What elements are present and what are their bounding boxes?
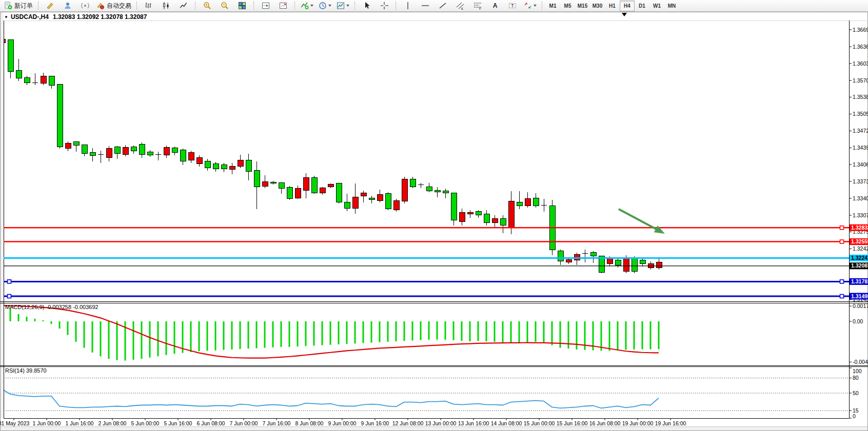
- toolbar-separator: [294, 2, 295, 10]
- svg-text:1.35705: 1.35705: [853, 77, 868, 84]
- chart-canvas[interactable]: 1.366951.363651.360351.357051.353801.350…: [0, 0, 868, 431]
- symbol-dropdown-icon[interactable]: ▼: [4, 15, 8, 19]
- price-tag-1.32559: 1.32559: [850, 238, 868, 245]
- chevron-down-icon[interactable]: [328, 5, 331, 7]
- svg-text:6 Jun 08:00: 6 Jun 08:00: [197, 420, 225, 426]
- linechart-icon: [180, 2, 188, 10]
- signal-icon: [81, 2, 89, 10]
- svg-text:1.32420: 1.32420: [853, 245, 868, 252]
- timeframe-button-w1[interactable]: W1: [649, 1, 664, 11]
- fibo-icon: F: [474, 2, 482, 10]
- svg-text:1.35050: 1.35050: [853, 111, 868, 117]
- timeframe-button-h1[interactable]: H1: [605, 1, 620, 11]
- svg-text:-0.004763: -0.004763: [853, 359, 868, 365]
- chevron-down-icon[interactable]: [310, 5, 313, 7]
- toolbar-separator: [253, 2, 254, 10]
- community-button[interactable]: [60, 0, 76, 11]
- svg-text:1.33735: 1.33735: [853, 178, 868, 184]
- svg-text:31 May 2023: 31 May 2023: [0, 420, 30, 426]
- svg-text:1.36365: 1.36365: [853, 44, 868, 50]
- svg-text:E: E: [461, 7, 463, 10]
- price-tag-1.31495: 1.31495: [850, 293, 868, 300]
- candlestick-chart-button[interactable]: [158, 0, 174, 11]
- new-order-icon: [4, 2, 12, 10]
- line-chart-button[interactable]: [175, 0, 192, 11]
- new-order-button[interactable]: 新订单: [2, 0, 35, 11]
- svg-text:1.32832: 1.32832: [851, 224, 868, 231]
- chevron-down-icon[interactable]: [346, 5, 349, 7]
- templates-button[interactable]: [334, 0, 351, 11]
- svg-text:0.001789: 0.001789: [853, 303, 868, 309]
- line-handle[interactable]: [8, 295, 11, 298]
- svg-text:1.34065: 1.34065: [853, 161, 868, 168]
- zoom-out-icon: [221, 2, 229, 10]
- mt4-terminal-window: 新订单自动交易EFATM1M5M15M30H1H4D1W1MN 1 ▼ USDC…: [0, 0, 868, 431]
- svg-text:14 Jun 08:00: 14 Jun 08:00: [491, 420, 522, 426]
- toolbar-separator: [195, 2, 196, 10]
- toolbar-separator: [354, 2, 356, 10]
- chart-shift-button[interactable]: [275, 0, 291, 11]
- svg-text:100: 100: [853, 368, 862, 374]
- svg-text:12 Jun 08:00: 12 Jun 08:00: [392, 420, 424, 426]
- svg-text:1.34720: 1.34720: [853, 128, 868, 134]
- channel-button[interactable]: E: [452, 0, 468, 11]
- horizontal-line-button[interactable]: [417, 0, 433, 11]
- autotrading-icon: [96, 2, 105, 10]
- svg-text:1.32241: 1.32241: [851, 255, 868, 261]
- timeframe-button-mn[interactable]: MN: [664, 1, 679, 11]
- zoom-in-button[interactable]: [199, 0, 215, 11]
- svg-text:1.36695: 1.36695: [853, 27, 868, 33]
- svg-text:5 Jun 16:00: 5 Jun 16:00: [164, 420, 192, 426]
- main-toolbar: 新订单自动交易EFATM1M5M15M30H1H4D1W1MN: [0, 0, 868, 12]
- chevron-down-icon[interactable]: [534, 5, 537, 7]
- vline-icon: [404, 2, 412, 10]
- timeframe-button-m5[interactable]: M5: [560, 1, 575, 11]
- timeframe-button-m30[interactable]: M30: [590, 1, 605, 11]
- line-handle[interactable]: [840, 240, 844, 243]
- line-handle[interactable]: [840, 226, 844, 230]
- candles-icon: [162, 2, 170, 10]
- zoom-out-button[interactable]: [216, 0, 233, 11]
- timeframe-button-d1[interactable]: D1: [635, 1, 649, 11]
- svg-text:1.32559: 1.32559: [851, 238, 868, 244]
- svg-text:13 Jun 16:00: 13 Jun 16:00: [458, 420, 489, 426]
- text-button[interactable]: A: [487, 0, 503, 11]
- svg-text:0: 0: [853, 413, 856, 419]
- trendline-icon: [439, 2, 447, 10]
- tile-windows-button[interactable]: [234, 0, 250, 11]
- autoscroll-icon: [262, 2, 270, 10]
- timeframe-button-m1[interactable]: M1: [545, 1, 560, 11]
- svg-text:7 Jun 00:00: 7 Jun 00:00: [230, 420, 258, 426]
- metaeditor-button[interactable]: [42, 0, 58, 11]
- label-button[interactable]: T: [504, 0, 521, 11]
- timeframe-button-h4[interactable]: H4: [620, 1, 635, 11]
- indicators-button[interactable]: [299, 0, 315, 11]
- line-handle[interactable]: [840, 295, 844, 298]
- line-handle[interactable]: [8, 280, 11, 283]
- svg-text:15 Jun 00:00: 15 Jun 00:00: [524, 420, 555, 426]
- timeframe-button-m15[interactable]: M15: [575, 1, 590, 11]
- toolbar-separator: [38, 2, 39, 10]
- signals-button[interactable]: [77, 0, 93, 11]
- autotrading-button[interactable]: 自动交易: [94, 0, 133, 11]
- svg-text:A: A: [493, 2, 498, 9]
- vertical-line-button[interactable]: [400, 0, 416, 11]
- bar-chart-button[interactable]: [141, 0, 157, 11]
- price-tag-1.31781: 1.31781: [850, 278, 868, 285]
- chart-title-bar: ▼ USDCAD-,H4 1.32083 1.32092 1.32078 1.3…: [4, 13, 147, 20]
- crosshair-button[interactable]: [376, 0, 392, 11]
- svg-text:1.33405: 1.33405: [853, 195, 868, 201]
- auto-scroll-button[interactable]: [258, 0, 274, 11]
- periods-button[interactable]: [317, 0, 333, 11]
- cursor-button[interactable]: [359, 0, 375, 11]
- brush-icon: [46, 2, 54, 10]
- rsi-indicator-label: RSI(14) 39.8570: [5, 367, 47, 374]
- trendline-button[interactable]: [435, 0, 451, 11]
- hline-icon: [421, 2, 429, 10]
- arrows-button[interactable]: [522, 0, 539, 11]
- fibonacci-button[interactable]: F: [469, 0, 486, 11]
- svg-text:9 Jun 00:00: 9 Jun 00:00: [328, 420, 357, 426]
- line-handle[interactable]: [840, 280, 844, 283]
- chartshift-icon: [279, 2, 287, 10]
- arrows-icon: [524, 2, 532, 10]
